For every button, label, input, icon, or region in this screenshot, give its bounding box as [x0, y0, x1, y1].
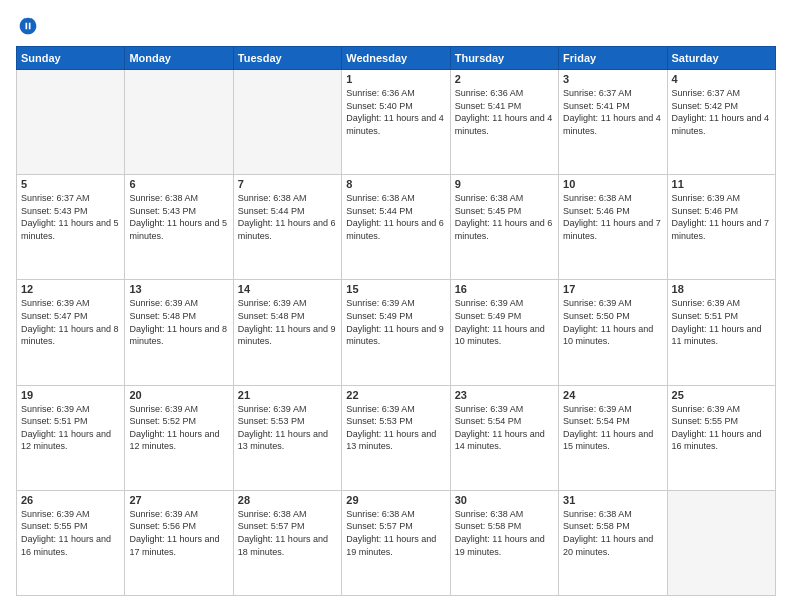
day-number: 31 [563, 494, 662, 506]
calendar-cell: 1Sunrise: 6:36 AMSunset: 5:40 PMDaylight… [342, 70, 450, 175]
calendar-cell: 9Sunrise: 6:38 AMSunset: 5:45 PMDaylight… [450, 175, 558, 280]
day-number: 18 [672, 283, 771, 295]
day-number: 7 [238, 178, 337, 190]
calendar-cell: 18Sunrise: 6:39 AMSunset: 5:51 PMDayligh… [667, 280, 775, 385]
day-info: Sunrise: 6:39 AMSunset: 5:48 PMDaylight:… [129, 297, 228, 347]
day-number: 5 [21, 178, 120, 190]
day-header: Friday [559, 47, 667, 70]
calendar-cell: 24Sunrise: 6:39 AMSunset: 5:54 PMDayligh… [559, 385, 667, 490]
day-number: 21 [238, 389, 337, 401]
calendar-table: SundayMondayTuesdayWednesdayThursdayFrid… [16, 46, 776, 596]
calendar-cell: 8Sunrise: 6:38 AMSunset: 5:44 PMDaylight… [342, 175, 450, 280]
day-number: 4 [672, 73, 771, 85]
day-number: 3 [563, 73, 662, 85]
day-info: Sunrise: 6:38 AMSunset: 5:43 PMDaylight:… [129, 192, 228, 242]
calendar-cell: 15Sunrise: 6:39 AMSunset: 5:49 PMDayligh… [342, 280, 450, 385]
calendar-cell: 21Sunrise: 6:39 AMSunset: 5:53 PMDayligh… [233, 385, 341, 490]
day-number: 25 [672, 389, 771, 401]
day-number: 6 [129, 178, 228, 190]
day-info: Sunrise: 6:39 AMSunset: 5:56 PMDaylight:… [129, 508, 228, 558]
calendar-cell: 11Sunrise: 6:39 AMSunset: 5:46 PMDayligh… [667, 175, 775, 280]
day-number: 14 [238, 283, 337, 295]
day-info: Sunrise: 6:38 AMSunset: 5:57 PMDaylight:… [238, 508, 337, 558]
calendar-cell: 10Sunrise: 6:38 AMSunset: 5:46 PMDayligh… [559, 175, 667, 280]
day-info: Sunrise: 6:38 AMSunset: 5:58 PMDaylight:… [563, 508, 662, 558]
calendar-cell: 16Sunrise: 6:39 AMSunset: 5:49 PMDayligh… [450, 280, 558, 385]
day-number: 26 [21, 494, 120, 506]
calendar-cell [17, 70, 125, 175]
day-number: 17 [563, 283, 662, 295]
page: SundayMondayTuesdayWednesdayThursdayFrid… [0, 0, 792, 612]
day-info: Sunrise: 6:39 AMSunset: 5:55 PMDaylight:… [672, 403, 771, 453]
day-info: Sunrise: 6:39 AMSunset: 5:53 PMDaylight:… [238, 403, 337, 453]
day-info: Sunrise: 6:39 AMSunset: 5:51 PMDaylight:… [21, 403, 120, 453]
calendar-cell: 31Sunrise: 6:38 AMSunset: 5:58 PMDayligh… [559, 490, 667, 595]
day-number: 2 [455, 73, 554, 85]
day-info: Sunrise: 6:38 AMSunset: 5:57 PMDaylight:… [346, 508, 445, 558]
calendar-cell: 28Sunrise: 6:38 AMSunset: 5:57 PMDayligh… [233, 490, 341, 595]
day-info: Sunrise: 6:39 AMSunset: 5:46 PMDaylight:… [672, 192, 771, 242]
day-header: Saturday [667, 47, 775, 70]
calendar-cell [667, 490, 775, 595]
day-info: Sunrise: 6:39 AMSunset: 5:49 PMDaylight:… [455, 297, 554, 347]
day-number: 16 [455, 283, 554, 295]
day-info: Sunrise: 6:39 AMSunset: 5:53 PMDaylight:… [346, 403, 445, 453]
day-info: Sunrise: 6:37 AMSunset: 5:42 PMDaylight:… [672, 87, 771, 137]
calendar-cell: 7Sunrise: 6:38 AMSunset: 5:44 PMDaylight… [233, 175, 341, 280]
calendar-cell [233, 70, 341, 175]
day-info: Sunrise: 6:39 AMSunset: 5:51 PMDaylight:… [672, 297, 771, 347]
day-number: 20 [129, 389, 228, 401]
day-info: Sunrise: 6:36 AMSunset: 5:40 PMDaylight:… [346, 87, 445, 137]
calendar-cell: 6Sunrise: 6:38 AMSunset: 5:43 PMDaylight… [125, 175, 233, 280]
day-info: Sunrise: 6:37 AMSunset: 5:43 PMDaylight:… [21, 192, 120, 242]
day-info: Sunrise: 6:39 AMSunset: 5:48 PMDaylight:… [238, 297, 337, 347]
calendar-cell: 25Sunrise: 6:39 AMSunset: 5:55 PMDayligh… [667, 385, 775, 490]
day-info: Sunrise: 6:39 AMSunset: 5:54 PMDaylight:… [563, 403, 662, 453]
header [16, 16, 776, 36]
calendar-cell: 27Sunrise: 6:39 AMSunset: 5:56 PMDayligh… [125, 490, 233, 595]
calendar-cell: 22Sunrise: 6:39 AMSunset: 5:53 PMDayligh… [342, 385, 450, 490]
day-number: 1 [346, 73, 445, 85]
day-info: Sunrise: 6:38 AMSunset: 5:44 PMDaylight:… [238, 192, 337, 242]
calendar-cell: 30Sunrise: 6:38 AMSunset: 5:58 PMDayligh… [450, 490, 558, 595]
day-number: 23 [455, 389, 554, 401]
day-info: Sunrise: 6:39 AMSunset: 5:49 PMDaylight:… [346, 297, 445, 347]
calendar-cell: 12Sunrise: 6:39 AMSunset: 5:47 PMDayligh… [17, 280, 125, 385]
calendar-cell: 19Sunrise: 6:39 AMSunset: 5:51 PMDayligh… [17, 385, 125, 490]
day-number: 13 [129, 283, 228, 295]
calendar-cell: 2Sunrise: 6:36 AMSunset: 5:41 PMDaylight… [450, 70, 558, 175]
day-number: 11 [672, 178, 771, 190]
day-info: Sunrise: 6:39 AMSunset: 5:47 PMDaylight:… [21, 297, 120, 347]
logo-icon [18, 16, 38, 36]
logo [16, 16, 38, 36]
calendar-cell: 5Sunrise: 6:37 AMSunset: 5:43 PMDaylight… [17, 175, 125, 280]
day-header: Tuesday [233, 47, 341, 70]
day-header: Monday [125, 47, 233, 70]
calendar-cell: 26Sunrise: 6:39 AMSunset: 5:55 PMDayligh… [17, 490, 125, 595]
day-header: Wednesday [342, 47, 450, 70]
day-header: Sunday [17, 47, 125, 70]
calendar-cell: 13Sunrise: 6:39 AMSunset: 5:48 PMDayligh… [125, 280, 233, 385]
day-info: Sunrise: 6:38 AMSunset: 5:46 PMDaylight:… [563, 192, 662, 242]
calendar-cell: 29Sunrise: 6:38 AMSunset: 5:57 PMDayligh… [342, 490, 450, 595]
day-info: Sunrise: 6:39 AMSunset: 5:52 PMDaylight:… [129, 403, 228, 453]
day-info: Sunrise: 6:39 AMSunset: 5:55 PMDaylight:… [21, 508, 120, 558]
day-info: Sunrise: 6:38 AMSunset: 5:44 PMDaylight:… [346, 192, 445, 242]
day-number: 12 [21, 283, 120, 295]
day-info: Sunrise: 6:38 AMSunset: 5:58 PMDaylight:… [455, 508, 554, 558]
day-number: 8 [346, 178, 445, 190]
day-info: Sunrise: 6:39 AMSunset: 5:50 PMDaylight:… [563, 297, 662, 347]
day-number: 29 [346, 494, 445, 506]
calendar-cell: 20Sunrise: 6:39 AMSunset: 5:52 PMDayligh… [125, 385, 233, 490]
calendar-cell [125, 70, 233, 175]
day-number: 10 [563, 178, 662, 190]
day-info: Sunrise: 6:38 AMSunset: 5:45 PMDaylight:… [455, 192, 554, 242]
calendar-cell: 23Sunrise: 6:39 AMSunset: 5:54 PMDayligh… [450, 385, 558, 490]
calendar-cell: 17Sunrise: 6:39 AMSunset: 5:50 PMDayligh… [559, 280, 667, 385]
calendar-cell: 4Sunrise: 6:37 AMSunset: 5:42 PMDaylight… [667, 70, 775, 175]
day-number: 24 [563, 389, 662, 401]
calendar-cell: 3Sunrise: 6:37 AMSunset: 5:41 PMDaylight… [559, 70, 667, 175]
day-header: Thursday [450, 47, 558, 70]
day-number: 27 [129, 494, 228, 506]
day-number: 15 [346, 283, 445, 295]
